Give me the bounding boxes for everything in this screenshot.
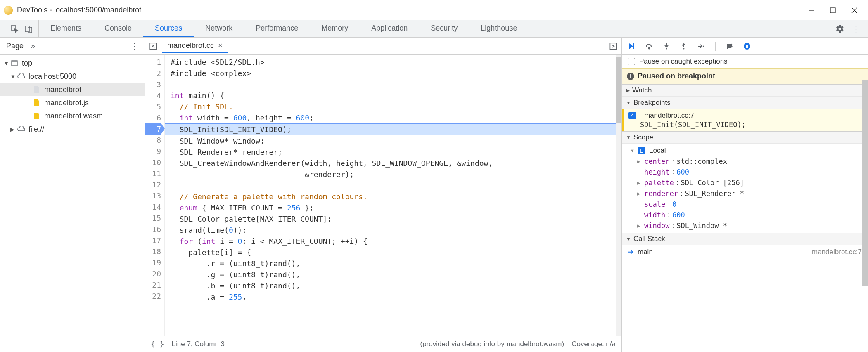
editor-file-tab-label: mandelbrot.cc bbox=[167, 41, 214, 50]
pretty-print-icon[interactable]: { } bbox=[151, 340, 164, 348]
breakpoint-item[interactable]: mandelbrot.cc:7 SDL_Init(SDL_INIT_VIDEO)… bbox=[622, 109, 868, 131]
tree-file-mandelbrot-js[interactable]: mandelbrot.js bbox=[0, 96, 145, 109]
tree-node-host[interactable]: ▼ localhost:5000 bbox=[0, 70, 145, 83]
current-frame-icon: ➔ bbox=[628, 248, 633, 256]
editor-history-back-icon[interactable] bbox=[149, 42, 158, 51]
tree-label: localhost:5000 bbox=[28, 72, 76, 81]
device-toolbar-icon[interactable] bbox=[24, 25, 33, 33]
scope-var-width[interactable]: width: 600 bbox=[628, 210, 868, 220]
devtools-tab-strip: ElementsConsoleSourcesNetworkPerformance… bbox=[0, 20, 868, 38]
svg-point-14 bbox=[683, 48, 685, 49]
tab-sources[interactable]: Sources bbox=[143, 20, 194, 37]
frame-icon bbox=[10, 59, 19, 67]
watch-section-header[interactable]: ▶Watch bbox=[622, 85, 868, 97]
scope-var-height[interactable]: height: 600 bbox=[628, 167, 868, 177]
editor-status-bar: { } Line 7, Column 3 (provided via debug… bbox=[145, 336, 621, 352]
pause-caught-checkbox[interactable] bbox=[628, 58, 635, 65]
tree-label: mandelbrot.wasm bbox=[44, 112, 103, 120]
debug-info-text: (provided via debug info by mandelbrot.w… bbox=[420, 340, 564, 348]
tab-elements[interactable]: Elements bbox=[39, 20, 93, 37]
cloud-icon bbox=[17, 72, 25, 80]
tree-label: top bbox=[22, 59, 32, 68]
resume-button[interactable] bbox=[628, 42, 636, 50]
step-over-button[interactable] bbox=[645, 42, 653, 50]
pause-caught-label: Pause on caught exceptions bbox=[639, 57, 728, 66]
editor-file-tab[interactable]: mandelbrot.cc × bbox=[162, 40, 228, 53]
breakpoint-checkbox[interactable] bbox=[628, 112, 636, 119]
tab-network[interactable]: Network bbox=[194, 20, 244, 37]
settings-gear-icon[interactable] bbox=[835, 24, 844, 33]
svg-rect-9 bbox=[150, 43, 156, 49]
script-icon bbox=[33, 112, 41, 120]
svg-rect-11 bbox=[633, 43, 634, 49]
paused-banner: i Paused on breakpoint bbox=[622, 68, 868, 84]
window-minimize-button[interactable] bbox=[806, 5, 816, 15]
editor-scrollbar[interactable] bbox=[616, 55, 621, 336]
callstack-section-header[interactable]: ▼Call Stack bbox=[622, 233, 868, 245]
close-tab-icon[interactable]: × bbox=[218, 41, 223, 50]
navigator-menu-icon[interactable]: ⋮ bbox=[130, 41, 139, 51]
step-out-button[interactable] bbox=[680, 42, 688, 50]
tab-console[interactable]: Console bbox=[93, 20, 143, 37]
scope-var-center[interactable]: ▶center: std::complex bbox=[628, 156, 868, 167]
svg-point-12 bbox=[649, 47, 650, 49]
info-icon: i bbox=[627, 73, 634, 80]
debugger-toolbar bbox=[622, 38, 868, 55]
tab-lighthouse[interactable]: Lighthouse bbox=[469, 20, 529, 37]
step-button[interactable] bbox=[697, 42, 705, 50]
devtools-app-icon bbox=[4, 6, 13, 15]
svg-rect-7 bbox=[12, 61, 17, 66]
scope-var-window[interactable]: ▶window: SDL_Window * bbox=[628, 220, 868, 231]
navigator-tab-page[interactable]: Page bbox=[6, 42, 24, 50]
inspect-element-icon[interactable] bbox=[10, 25, 19, 33]
breakpoint-code: SDL_Init(SDL_INIT_VIDEO); bbox=[628, 120, 863, 129]
scope-var-scale[interactable]: scale: 0 bbox=[628, 199, 868, 210]
local-badge-icon: L bbox=[638, 147, 645, 154]
debug-info-link[interactable]: mandelbrot.wasm bbox=[506, 340, 562, 348]
line-number-gutter[interactable]: 12345678910111213141516171819202122 bbox=[145, 55, 165, 336]
breakpoint-title: mandelbrot.cc:7 bbox=[644, 111, 694, 120]
window-title: DevTools - localhost:5000/mandelbrot bbox=[17, 6, 141, 14]
svg-rect-18 bbox=[746, 45, 747, 48]
svg-rect-19 bbox=[747, 45, 748, 48]
deactivate-breakpoints-button[interactable] bbox=[726, 42, 734, 50]
svg-rect-10 bbox=[610, 43, 616, 49]
tree-node-top[interactable]: ▼ top bbox=[0, 57, 145, 70]
svg-point-15 bbox=[703, 45, 704, 47]
right-pane-scrollbar[interactable] bbox=[862, 80, 868, 286]
tab-performance[interactable]: Performance bbox=[244, 20, 310, 37]
pause-on-exceptions-button[interactable] bbox=[743, 42, 751, 50]
scope-var-palette[interactable]: ▶palette: SDL_Color [256] bbox=[628, 177, 868, 188]
document-icon bbox=[33, 85, 41, 94]
scope-var-renderer[interactable]: ▶renderer: SDL_Renderer * bbox=[628, 188, 868, 199]
tab-security[interactable]: Security bbox=[419, 20, 469, 37]
editor-history-fwd-icon[interactable] bbox=[608, 42, 617, 51]
window-maximize-button[interactable] bbox=[828, 5, 838, 15]
scope-section-header[interactable]: ▼Scope bbox=[622, 132, 868, 144]
more-menu-icon[interactable]: ⋮ bbox=[852, 24, 860, 34]
tab-memory[interactable]: Memory bbox=[310, 20, 360, 37]
cursor-position: Line 7, Column 3 bbox=[172, 340, 225, 348]
code-editor[interactable]: #include <SDL2/SDL.h>#include <complex> … bbox=[165, 55, 616, 336]
callstack-frame-name: main bbox=[638, 248, 653, 256]
svg-point-17 bbox=[744, 43, 750, 50]
callstack-frame[interactable]: ➔ main mandelbrot.cc:7 bbox=[622, 245, 868, 259]
svg-rect-1 bbox=[830, 8, 835, 13]
step-into-button[interactable] bbox=[662, 42, 671, 50]
callstack-frame-location: mandelbrot.cc:7 bbox=[812, 248, 862, 256]
tab-application[interactable]: Application bbox=[360, 20, 419, 37]
scope-local-header[interactable]: ▼ L Local bbox=[628, 145, 868, 156]
window-titlebar: DevTools - localhost:5000/mandelbrot bbox=[0, 0, 868, 20]
navigator-more-tabs-icon[interactable]: » bbox=[31, 42, 35, 50]
tree-node-file-scheme[interactable]: ▶ file:// bbox=[0, 123, 145, 136]
tree-label: mandelbrot.js bbox=[44, 99, 89, 107]
script-icon bbox=[33, 99, 41, 107]
window-close-button[interactable] bbox=[849, 5, 859, 15]
tree-file-mandelbrot[interactable]: mandelbrot bbox=[0, 83, 145, 96]
cloud-icon bbox=[17, 125, 25, 133]
tree-file-mandelbrot-wasm[interactable]: mandelbrot.wasm bbox=[0, 109, 145, 123]
debugger-pane: Pause on caught exceptions i Paused on b… bbox=[622, 38, 868, 352]
svg-rect-5 bbox=[25, 26, 29, 32]
editor-pane: mandelbrot.cc × 123456789101112131415161… bbox=[145, 38, 622, 352]
breakpoints-section-header[interactable]: ▼Breakpoints bbox=[622, 97, 868, 109]
